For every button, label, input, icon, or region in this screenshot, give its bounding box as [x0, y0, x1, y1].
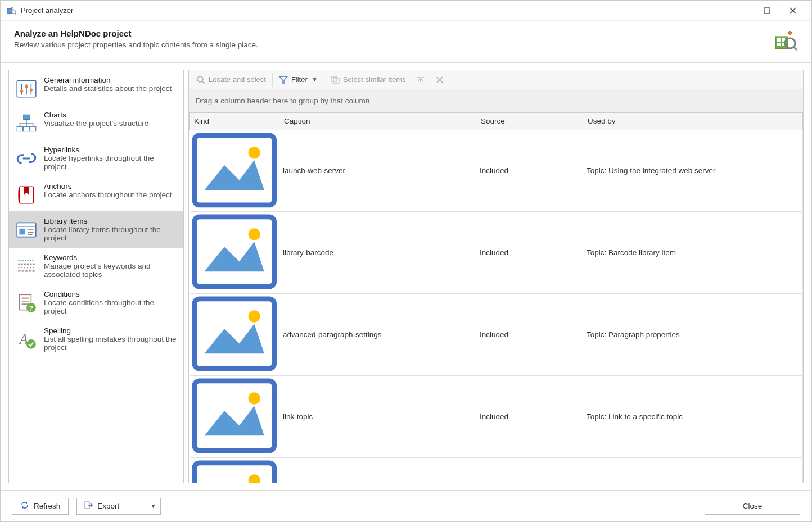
sidebar-item-desc: List all spelling mistakes throughout th…: [44, 335, 178, 352]
group-by-hint: Drag a column header here to group by th…: [196, 97, 369, 105]
sidebar-item-conditions[interactable]: ?ConditionsLocate conditions throughout …: [9, 284, 183, 321]
select-parent-button[interactable]: [411, 72, 430, 88]
analyzer-hero-icon: [774, 29, 798, 52]
table-header-row: Kind Caption Source Used by: [190, 113, 803, 130]
sidebar-item-hyperlinks[interactable]: HyperlinksLocate hyperlinks throughout t…: [9, 140, 183, 176]
picture-icon: [190, 285, 279, 293]
sidebar-item-keywords[interactable]: KeywordsManage project's keywords and as…: [9, 248, 183, 284]
window-title: Project analyzer: [21, 6, 73, 15]
svg-marker-12: [788, 31, 792, 35]
svg-rect-49: [333, 79, 339, 83]
spelling-icon: A: [15, 326, 38, 350]
cell-used-by: Topic: Paragraph properties: [583, 294, 803, 376]
body: General informationDetails and statistic…: [1, 63, 811, 490]
window-maximize-button[interactable]: [754, 2, 780, 19]
sidebar-item-charts[interactable]: ChartsVisualize the project's structure: [9, 105, 183, 140]
select-similar-label: Select similar items: [343, 75, 406, 84]
column-header-kind[interactable]: Kind: [190, 113, 279, 130]
filter-label: Filter: [291, 75, 308, 84]
sidebar-item-desc: Locate conditions throughout the project: [44, 298, 178, 315]
cell-caption: launch-web-server: [279, 130, 476, 212]
clear-selection-button[interactable]: [430, 72, 449, 88]
table-row[interactable]: Pictureshortcut-registryIncluded: [190, 457, 803, 483]
toolbar-separator: [324, 73, 324, 87]
picture-icon: [190, 449, 279, 457]
table-row[interactable]: Pictureadvanced-paragraph-settingsInclud…: [190, 294, 803, 376]
sidebar-item-desc: Locate hyperlinks throughout the project: [44, 154, 178, 171]
svg-text:?: ?: [29, 305, 34, 312]
svg-point-57: [248, 229, 260, 240]
sidebar-item-title: General information: [44, 76, 178, 84]
svg-rect-61: [194, 381, 274, 451]
refresh-label: Refresh: [34, 502, 60, 510]
svg-marker-3: [11, 6, 13, 8]
svg-rect-24: [24, 126, 30, 131]
cell-source: Included: [476, 130, 583, 212]
sidebar-item-title: Library items: [44, 217, 178, 225]
svg-rect-55: [194, 217, 274, 287]
locate-and-select-button[interactable]: Locate and select: [191, 72, 271, 88]
library-icon: [15, 217, 38, 240]
svg-rect-10: [777, 43, 781, 46]
refresh-button[interactable]: Refresh: [12, 498, 69, 515]
window-close-button[interactable]: [780, 2, 806, 19]
chevron-down-icon: ▼: [312, 76, 318, 83]
grid[interactable]: Kind Caption Source Used by Picturelaunc…: [189, 113, 803, 483]
sidebar-item-title: Spelling: [44, 326, 178, 335]
svg-rect-29: [19, 229, 25, 235]
sidebar-item-title: Conditions: [44, 290, 178, 298]
cell-used-by: Topic: Link to a specific topic: [583, 375, 803, 457]
svg-line-14: [793, 47, 797, 50]
library-items-table: Kind Caption Source Used by Picturelaunc…: [189, 113, 803, 483]
picture-icon: [190, 203, 279, 211]
sidebar-item-library-items[interactable]: Library itemsLocate library items throug…: [9, 211, 183, 248]
cell-caption: advanced-paragraph-settings: [279, 294, 476, 376]
column-header-source[interactable]: Source: [476, 113, 583, 130]
sidebar-item-general-information[interactable]: General informationDetails and statistic…: [9, 70, 183, 105]
refresh-icon: [20, 501, 29, 511]
orgchart-icon: [15, 111, 38, 134]
svg-rect-64: [194, 462, 274, 483]
conditions-icon: ?: [15, 290, 38, 314]
column-header-used-by[interactable]: Used by: [583, 113, 803, 130]
svg-point-54: [248, 147, 260, 158]
sidebar-item-title: Anchors: [44, 182, 178, 190]
svg-rect-8: [777, 38, 781, 42]
svg-point-21: [30, 88, 33, 91]
footer: Refresh Export ▼ Close: [1, 490, 811, 521]
cell-used-by: Topic: Using the integrated web server: [583, 130, 803, 212]
close-button[interactable]: Close: [705, 498, 800, 515]
sidebar-item-spelling[interactable]: ASpellingList all spelling mistakes thro…: [9, 321, 183, 357]
column-header-caption[interactable]: Caption: [279, 113, 476, 130]
table-row[interactable]: Picturelink-topicIncludedTopic: Link to …: [190, 375, 803, 457]
link-icon: [15, 146, 38, 169]
svg-point-60: [248, 310, 260, 322]
picture-icon: [190, 367, 279, 375]
table-row[interactable]: Picturelibrary-barcodeIncludedTopic: Bar…: [190, 212, 803, 294]
locate-and-select-label: Locate and select: [209, 75, 266, 84]
sidebar-item-desc: Visualize the project's structure: [44, 119, 178, 128]
svg-point-44: [26, 339, 36, 349]
toolbar-separator: [272, 73, 273, 87]
sidebar-item-desc: Details and statistics about the project: [44, 84, 178, 93]
svg-rect-48: [331, 77, 337, 81]
sidebar-item-title: Charts: [44, 111, 178, 119]
table-row[interactable]: Picturelaunch-web-serverIncludedTopic: U…: [190, 130, 803, 212]
cell-source: Included: [476, 294, 583, 376]
cell-source: Included: [476, 457, 583, 483]
sidebar-item-anchors[interactable]: AnchorsLocate anchors throughout the pro…: [9, 176, 183, 211]
select-similar-button[interactable]: Select similar items: [326, 72, 411, 88]
svg-point-19: [20, 90, 23, 93]
cell-source: Included: [476, 212, 583, 294]
sidebar-item-desc: Locate anchors throughout the project: [44, 190, 178, 199]
group-by-bar[interactable]: Drag a column header here to group by th…: [189, 89, 803, 113]
svg-rect-22: [24, 115, 30, 119]
export-button[interactable]: Export ▼: [76, 498, 161, 515]
app-icon: [6, 6, 16, 16]
svg-rect-25: [30, 126, 36, 131]
filter-button[interactable]: Filter ▼: [274, 72, 323, 88]
cell-caption: library-barcode: [279, 212, 476, 294]
titlebar: Project analyzer: [1, 1, 811, 21]
export-label: Export: [97, 502, 119, 510]
export-icon: [84, 501, 93, 511]
